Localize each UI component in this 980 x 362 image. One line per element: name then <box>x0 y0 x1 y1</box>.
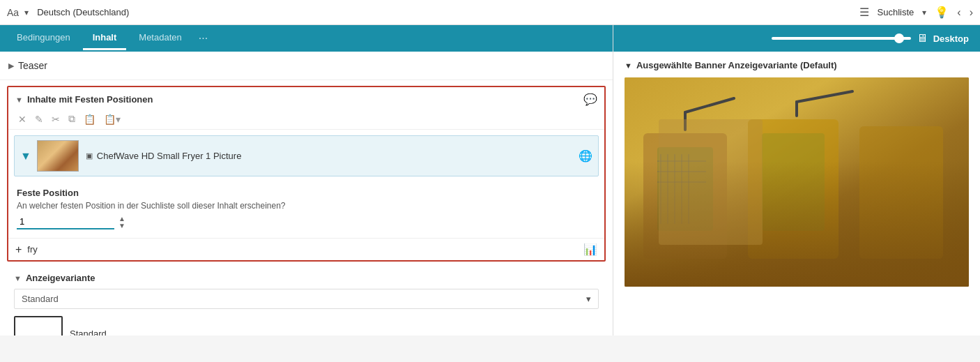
right-content: ▼ Ausgewählte Banner Anzeigevariante (De… <box>613 52 980 295</box>
variant-box-standard[interactable] <box>14 316 63 335</box>
tab-bedingungen[interactable]: Bedingungen <box>7 27 80 50</box>
banner-section-header[interactable]: ▼ Ausgewählte Banner Anzeigevariante (De… <box>625 60 969 70</box>
slider-track <box>772 37 911 40</box>
item-thumbnail <box>37 140 79 172</box>
variant-label-standard: Standard <box>70 329 107 336</box>
banner-image <box>625 77 969 287</box>
chevron-left-icon[interactable]: ‹ <box>957 6 960 19</box>
chart-icon[interactable]: 📊 <box>583 243 597 256</box>
feste-position-title: Feste Position <box>17 188 596 198</box>
right-top-bar: 🖥 Desktop <box>613 25 980 52</box>
top-bar-left: Aa ▾ Deutsch (Deutschland) <box>7 7 852 18</box>
item-globe-icon[interactable]: 🌐 <box>579 149 592 163</box>
anzeigevariante-chevron-icon[interactable]: ▼ <box>14 274 22 282</box>
banner-chevron-icon: ▼ <box>625 61 632 70</box>
top-bar-right: ☰ Suchliste ▾ 💡 ‹ › <box>859 6 973 19</box>
fryer-svg <box>625 77 969 287</box>
anzeigevariante-label: Anzeigevariante <box>26 273 95 283</box>
teaser-header[interactable]: ▶ Teaser <box>8 57 604 74</box>
spinner-down-button[interactable]: ▼ <box>117 223 127 229</box>
variant-options: Standard <box>14 316 599 335</box>
delete-button[interactable]: ✕ <box>15 112 29 126</box>
right-panel: 🖥 Desktop ▼ Ausgewählte Banner Anzeigeva… <box>613 25 980 335</box>
tab-more[interactable]: ··· <box>194 32 212 45</box>
paste-button[interactable]: 📋 <box>81 112 98 126</box>
teaser-label: Teaser <box>18 60 47 71</box>
feste-position-form: Feste Position An welcher festen Positio… <box>8 182 604 238</box>
feste-position-input-row: ▲ ▼ <box>17 215 596 229</box>
spinner-buttons: ▲ ▼ <box>117 216 127 229</box>
search-input[interactable] <box>27 244 578 255</box>
copy-button[interactable]: ⧉ <box>66 112 78 126</box>
item-expand-icon[interactable]: ▼ <box>20 150 31 163</box>
svg-rect-5 <box>859 126 943 259</box>
thumbnail-image <box>38 141 78 171</box>
svg-rect-4 <box>762 133 825 231</box>
edit-button[interactable]: ✎ <box>32 112 46 126</box>
inhalte-section: ▼ Inhalte mit Festen Positionen 💬 ✕ ✎ ✂ … <box>7 86 606 262</box>
tab-metadaten[interactable]: Metadaten <box>129 27 191 50</box>
top-bar: Aa ▾ Deutsch (Deutschland) ☰ Suchliste ▾… <box>0 0 980 25</box>
main-layout: Bedingungen Inhalt Metadaten ··· ▶ Tease… <box>0 25 980 335</box>
banner-section-label: Ausgewählte Banner Anzeigevariante (Defa… <box>636 60 837 70</box>
content-item: ▼ ▣ ChefWave HD Small Fryer 1 Picture 🌐 <box>14 135 599 176</box>
tab-bar: Bedingungen Inhalt Metadaten ··· <box>0 25 613 52</box>
list-icon[interactable]: ☰ <box>859 6 869 19</box>
dropdown-icon[interactable]: ▾ <box>922 8 926 17</box>
anzeigevariante-select-label: Standard <box>22 294 59 304</box>
cut-button[interactable]: ✂ <box>49 112 63 126</box>
bulb-icon[interactable]: 💡 <box>935 6 949 19</box>
anzeigevariante-section: ▼ Anzeigevariante Standard ▾ Standard <box>7 267 606 335</box>
item-type-icon: ▣ <box>86 151 93 160</box>
inhalte-label: Inhalte mit Festen Positionen <box>27 94 153 105</box>
anzeigevariante-select-arrow: ▾ <box>586 294 591 304</box>
desktop-label: Desktop <box>933 33 969 44</box>
feste-position-input[interactable] <box>17 215 114 229</box>
inhalte-header: ▼ Inhalte mit Festen Positionen 💬 <box>8 87 604 109</box>
dropdown-arrow-icon[interactable]: ▾ <box>24 8 29 17</box>
left-panel: Bedingungen Inhalt Metadaten ··· ▶ Tease… <box>0 25 613 335</box>
inhalte-toolbar: ✕ ✎ ✂ ⧉ 📋 📋▾ <box>8 109 604 130</box>
teaser-section: ▶ Teaser <box>0 52 613 80</box>
anzeigevariante-header: ▼ Anzeigevariante <box>14 273 599 283</box>
item-name: ChefWave HD Small Fryer 1 Picture <box>97 151 579 161</box>
inhalte-chevron-icon[interactable]: ▼ <box>15 96 23 104</box>
inhalte-title: ▼ Inhalte mit Festen Positionen <box>15 94 153 105</box>
svg-rect-1 <box>643 133 727 259</box>
desktop-icon: 🖥 <box>917 32 928 45</box>
paste-special-button[interactable]: 📋▾ <box>101 112 123 126</box>
inhalte-settings-icon[interactable]: 💬 <box>583 93 597 106</box>
search-label[interactable]: Suchliste <box>878 7 914 17</box>
chevron-right-icon[interactable]: › <box>970 6 973 19</box>
spinner-up-button[interactable]: ▲ <box>117 216 127 223</box>
language-label: Deutsch (Deutschland) <box>37 7 129 17</box>
feste-position-desc: An welcher festen Position in der Suchli… <box>17 201 596 211</box>
font-size-icon[interactable]: Aa <box>7 7 19 18</box>
slider-thumb[interactable] <box>894 33 904 43</box>
teaser-chevron-icon: ▶ <box>8 61 14 70</box>
tab-inhalt[interactable]: Inhalt <box>83 27 127 50</box>
anzeigevariante-select[interactable]: Standard ▾ <box>14 289 599 309</box>
search-row: + 📊 <box>8 238 604 260</box>
add-icon[interactable]: + <box>15 243 22 256</box>
svg-rect-2 <box>657 147 713 231</box>
